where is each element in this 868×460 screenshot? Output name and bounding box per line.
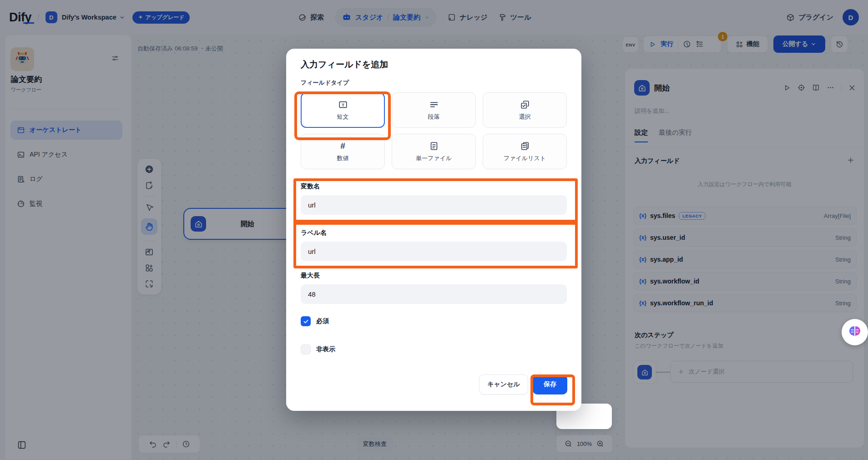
save-button[interactable]: 保存 bbox=[533, 374, 567, 394]
number-hash-icon: # bbox=[340, 141, 345, 151]
paragraph-icon bbox=[429, 100, 439, 110]
max-length-label: 最大長 bbox=[301, 272, 320, 280]
svg-text:T: T bbox=[342, 102, 344, 107]
label-name-label: ラベル名 bbox=[301, 229, 327, 237]
required-checkbox[interactable] bbox=[301, 316, 311, 326]
required-row: 必須 bbox=[301, 316, 329, 326]
file-list-icon bbox=[520, 141, 530, 151]
check-icon bbox=[303, 318, 309, 324]
field-type-number[interactable]: # 数値 bbox=[301, 134, 385, 169]
modal-title: 入力フィールドを追加 bbox=[301, 59, 388, 71]
hidden-row: 非表示 bbox=[301, 344, 335, 354]
field-type-short-text[interactable]: T 短文 bbox=[301, 92, 385, 128]
field-type-grid: T 短文 段落 選択 # 数値 単一ファイル ファイルリスト bbox=[301, 92, 567, 169]
field-type-select[interactable]: 選択 bbox=[483, 92, 567, 128]
brain-icon bbox=[847, 324, 863, 340]
field-type-single-file[interactable]: 単一ファイル bbox=[392, 134, 476, 169]
hidden-label: 非表示 bbox=[316, 345, 335, 354]
required-label: 必須 bbox=[316, 317, 329, 325]
variable-name-label: 変数名 bbox=[301, 182, 320, 191]
field-type-paragraph[interactable]: 段落 bbox=[392, 92, 476, 128]
label-name-input[interactable] bbox=[301, 242, 567, 261]
field-type-file-list[interactable]: ファイルリスト bbox=[483, 134, 567, 169]
hidden-checkbox[interactable] bbox=[301, 344, 311, 354]
field-type-label: フィールドタイプ bbox=[301, 79, 349, 87]
cancel-button[interactable]: キャンセル bbox=[479, 374, 528, 394]
variable-name-input[interactable] bbox=[301, 195, 567, 215]
app-root: Dify / D Dify's Workspace アップグレード 探索 スタジ… bbox=[0, 0, 868, 460]
add-field-modal: 入力フィールドを追加 フィールドタイプ T 短文 段落 選択 # 数値 単一ファ… bbox=[286, 49, 581, 411]
modal-actions: キャンセル 保存 bbox=[479, 374, 567, 394]
short-text-icon: T bbox=[338, 100, 348, 110]
file-icon bbox=[429, 141, 439, 151]
brain-extension-button[interactable] bbox=[842, 319, 868, 345]
select-icon bbox=[520, 100, 530, 110]
max-length-input[interactable] bbox=[301, 284, 567, 304]
